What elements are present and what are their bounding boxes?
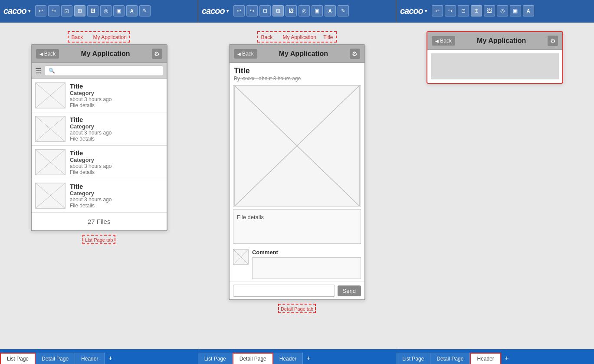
tab-header-3[interactable]: Header [470,353,501,364]
item-file-2: File details [70,136,163,142]
toolbar-btn-grid-2[interactable]: ▣ [312,5,323,16]
toolbar-btn-redo-1[interactable]: ↪ [48,5,59,16]
tab-header-2[interactable]: Header [273,353,303,364]
item-info-2: Title Category about 3 hours ago File de… [70,116,163,142]
item-file-3: File details [70,169,163,175]
back-button-1[interactable]: Back [36,49,59,59]
settings-button-3[interactable]: ⚙ [548,36,558,46]
comment-body: Comment [252,249,361,279]
toolbar-btn-paste-2[interactable]: ⊞ [272,5,284,16]
tab-detail-page-2[interactable]: Detail Page [233,353,273,364]
detail-image-container [230,85,364,207]
toolbar-btn-redo-3[interactable]: ↪ [445,5,456,16]
bottom-tab-bar: List Page Detail Page Header + List Page… [0,349,594,364]
toolbar-btn-pen-1[interactable]: ✎ [139,5,151,16]
search-input-1[interactable]: 🔍 [45,66,163,76]
item-category-3: Category [70,157,163,163]
item-title-3: Title [70,149,163,157]
toolbar-btn-undo-1[interactable]: ↩ [35,5,46,16]
item-category-1: Category [70,90,163,96]
wireframe-phone-1: Back My Application ⚙ ☰ 🔍 [31,44,167,231]
back-button-3[interactable]: Back [432,36,455,46]
item-info-4: Title Category about 3 hours ago File de… [70,183,163,209]
item-time-3: about 3 hours ago [70,163,163,169]
toolbar-btn-connect-3[interactable]: ◎ [497,5,508,16]
toolbar-btn-copy-2[interactable]: ⊡ [259,5,271,16]
toolbar-btn-redo-2[interactable]: ↪ [246,5,258,16]
item-image-2 [35,116,66,142]
toolbar-btn-text-3[interactable]: A [523,5,534,16]
annotation-bottom-label-2: Detail Page tab [281,306,313,312]
toolbar-section-2: cacoo ▼ ↩ ↪ ⊡ ⊞ 🖼 ◎ ▣ A ✎ [198,0,397,23]
logo-dropdown-1[interactable]: ▼ [27,9,32,13]
logo-dropdown-3[interactable]: ▼ [424,9,428,13]
item-info-3: Title Category about 3 hours ago File de… [70,149,163,175]
comment-section: Comment [230,246,364,282]
comment-textarea[interactable] [252,257,361,279]
tab-list-page-1[interactable]: List Page [0,353,36,364]
logo-dropdown-2[interactable]: ▼ [226,9,230,13]
menu-icon-1[interactable]: ☰ [35,67,41,75]
logo-3[interactable]: cacoo ▼ [400,6,428,16]
tab-add-1[interactable]: + [105,353,116,364]
annotation-label-1: Back My Application [71,34,126,40]
annotation-bottom-1: List Page tab [82,235,115,244]
send-input[interactable] [233,285,335,297]
search-row-1: ☰ 🔍 [32,63,167,79]
item-category-2: Category [70,123,163,130]
tab-detail-page-3[interactable]: Detail Page [430,353,470,364]
item-image-1 [35,82,66,108]
toolbar-btn-copy-1[interactable]: ⊡ [61,5,72,16]
logo-2[interactable]: cacoo ▼ [202,6,230,16]
toolbar-btn-pen-2[interactable]: ✎ [338,5,349,16]
toolbar-btn-paste-1[interactable]: ⊞ [74,5,85,16]
toolbar-btn-img-3[interactable]: 🖼 [484,5,495,16]
phone-header-1: Back My Application ⚙ [32,45,167,63]
item-file-4: File details [70,203,163,209]
list-item-4[interactable]: Title Category about 3 hours ago File de… [32,179,167,213]
toolbar-btn-img-1[interactable]: 🖼 [87,5,98,16]
canvas-area: Back My Application Back My Application … [0,23,594,349]
toolbar-btn-copy-3[interactable]: ⊡ [458,5,469,16]
toolbar-section-1: cacoo ▼ ↩ ↪ ⊡ ⊞ 🖼 ◎ ▣ A ✎ [0,0,198,23]
toolbar-btn-undo-3[interactable]: ↩ [432,5,443,16]
settings-button-1[interactable]: ⚙ [152,49,162,59]
annotation-bottom-2: Detail Page tab [278,304,316,313]
search-icon-1: 🔍 [49,68,55,74]
toolbar-btn-paste-3[interactable]: ⊞ [471,5,482,16]
header-only-box: Back My Application ⚙ [427,31,563,84]
item-category-4: Category [70,190,163,197]
send-button[interactable]: Send [338,285,361,296]
tab-list-page-3[interactable]: List Page [396,353,430,364]
tab-add-2[interactable]: + [303,353,314,364]
panel-detail-page: Back My Application Title Back My Applic… [198,31,396,313]
toolbar-btn-connect-1[interactable]: ◎ [100,5,112,16]
toolbar-btn-img-2[interactable]: 🖼 [286,5,297,16]
list-item-3[interactable]: Title Category about 3 hours ago File de… [32,146,167,179]
list-item-1[interactable]: Title Category about 3 hours ago File de… [32,79,167,112]
file-details-box: File details [233,209,361,244]
detail-image [233,85,361,207]
logo-text-2: cacoo [202,6,225,16]
tab-header-1[interactable]: Header [75,353,105,364]
tab-list-page-2[interactable]: List Page [198,353,233,364]
tab-section-2: List Page Detail Page Header + [198,349,397,364]
toolbar-btn-grid-1[interactable]: ▣ [113,5,125,16]
toolbar-btn-grid-3[interactable]: ▣ [510,5,521,16]
annotation-bottom-label-1: List Page tab [85,237,113,243]
tab-add-3[interactable]: + [501,353,512,364]
back-button-2[interactable]: Back [234,49,257,59]
logo-1[interactable]: cacoo ▼ [3,6,32,16]
list-item-2[interactable]: Title Category about 3 hours ago File de… [32,112,167,146]
settings-button-2[interactable]: ⚙ [350,49,360,59]
toolbar-btn-undo-2[interactable]: ↩ [233,5,245,16]
toolbar-btn-text-1[interactable]: A [126,5,138,16]
tab-section-3: List Page Detail Page Header + [396,349,594,364]
wireframe-phone-2: Back My Application ⚙ Title By xxxxx · a… [229,44,365,300]
toolbar-btn-text-2[interactable]: A [325,5,336,16]
tab-detail-page-1[interactable]: Detail Page [36,353,75,364]
file-details-label: File details [237,214,264,220]
toolbar-btn-connect-2[interactable]: ◎ [299,5,310,16]
item-title-1: Title [70,82,163,90]
logo-text-3: cacoo [400,6,423,16]
